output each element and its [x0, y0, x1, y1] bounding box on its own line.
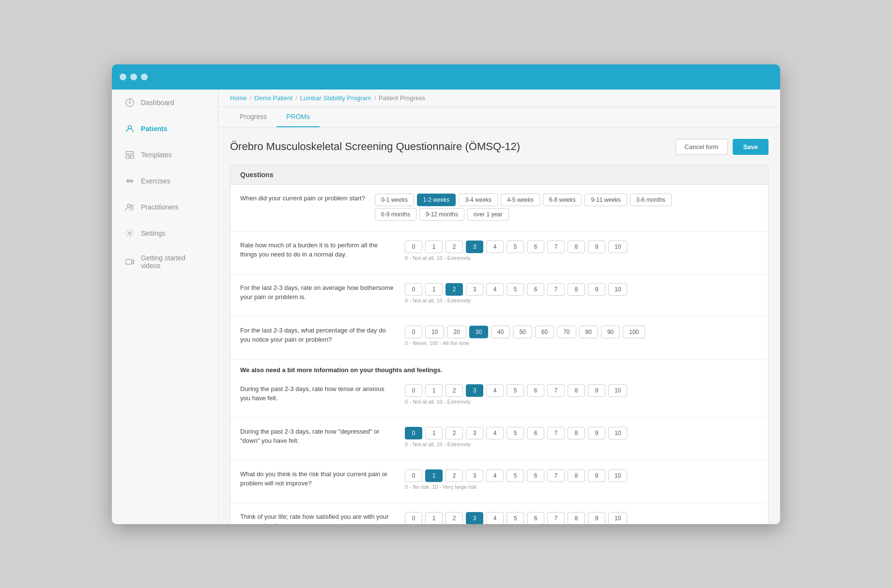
q2-opt-6[interactable]: 6	[527, 241, 544, 253]
q3-opt-2[interactable]: 2	[446, 283, 463, 296]
q8-opt-1[interactable]: 1	[425, 512, 443, 524]
q7-opt-2[interactable]: 2	[446, 469, 463, 482]
breadcrumb-home[interactable]: Home	[230, 94, 247, 102]
q8-opt-8[interactable]: 8	[568, 512, 585, 524]
q4-opt-70[interactable]: 70	[557, 326, 576, 338]
q1-opt-4-5weeks[interactable]: 4-5 weeks	[501, 194, 540, 206]
q5-opt-7[interactable]: 7	[547, 384, 565, 397]
q3-opt-7[interactable]: 7	[547, 283, 565, 296]
q3-opt-8[interactable]: 8	[568, 283, 585, 296]
q1-opt-0-1weeks[interactable]: 0-1 weeks	[375, 194, 414, 206]
q2-opt-8[interactable]: 8	[568, 241, 585, 253]
q4-opt-30[interactable]: 30	[469, 326, 488, 338]
q4-opt-80[interactable]: 80	[579, 326, 598, 338]
q7-opt-10[interactable]: 10	[608, 469, 627, 482]
q2-opt-2[interactable]: 2	[446, 241, 463, 253]
q7-opt-6[interactable]: 6	[527, 469, 544, 482]
traffic-light-close[interactable]	[120, 74, 126, 80]
q7-opt-0[interactable]: 0	[405, 469, 422, 482]
q2-opt-5[interactable]: 5	[507, 241, 524, 253]
q3-opt-1[interactable]: 1	[425, 283, 443, 296]
q8-opt-4[interactable]: 4	[486, 512, 504, 524]
q6-opt-4[interactable]: 4	[486, 427, 504, 439]
q6-opt-2[interactable]: 2	[446, 427, 463, 439]
q1-opt-over1year[interactable]: over 1 year	[467, 208, 509, 221]
traffic-light-maximize[interactable]	[141, 74, 148, 80]
q5-opt-5[interactable]: 5	[507, 384, 524, 397]
q4-opt-60[interactable]: 60	[535, 326, 554, 338]
cancel-form-button[interactable]: Cancel form	[676, 139, 728, 155]
q1-opt-6-9months[interactable]: 6-9 months	[375, 208, 416, 221]
q6-opt-3[interactable]: 3	[466, 427, 483, 439]
q1-opt-1-2weeks[interactable]: 1-2 weeks	[417, 194, 456, 206]
q4-opt-10[interactable]: 10	[425, 326, 444, 338]
q7-opt-9[interactable]: 9	[588, 469, 605, 482]
q1-opt-9-12months[interactable]: 9-12 months	[419, 208, 464, 221]
q6-opt-1[interactable]: 1	[425, 427, 443, 439]
q6-opt-9[interactable]: 9	[588, 427, 605, 439]
sidebar-item-dashboard[interactable]: Dashboard	[115, 90, 215, 115]
q7-opt-7[interactable]: 7	[547, 469, 565, 482]
q4-opt-40[interactable]: 40	[491, 326, 510, 338]
q2-opt-1[interactable]: 1	[425, 241, 443, 253]
q4-opt-50[interactable]: 50	[513, 326, 532, 338]
sidebar-item-templates[interactable]: Templates	[115, 143, 215, 167]
q2-opt-4[interactable]: 4	[486, 241, 504, 253]
q1-opt-9-11weeks[interactable]: 9-11 weeks	[584, 194, 627, 206]
save-button[interactable]: Save	[733, 139, 769, 155]
q6-opt-10[interactable]: 10	[608, 427, 627, 439]
q4-opt-0[interactable]: 0	[405, 326, 422, 338]
q1-opt-3-6months[interactable]: 3-6 months	[630, 194, 672, 206]
q3-opt-6[interactable]: 6	[527, 283, 544, 296]
q7-opt-8[interactable]: 8	[568, 469, 585, 482]
q1-opt-6-8weeks[interactable]: 6-8 weeks	[543, 194, 582, 206]
q6-opt-5[interactable]: 5	[507, 427, 524, 439]
q8-opt-6[interactable]: 6	[527, 512, 544, 524]
q8-opt-7[interactable]: 7	[547, 512, 565, 524]
q7-opt-5[interactable]: 5	[507, 469, 524, 482]
q2-opt-0[interactable]: 0	[405, 241, 422, 253]
q5-opt-2[interactable]: 2	[446, 384, 463, 397]
q4-opt-100[interactable]: 100	[623, 326, 645, 338]
sidebar-item-getting-started[interactable]: Getting started videos	[115, 247, 215, 276]
q5-opt-3[interactable]: 3	[466, 384, 483, 397]
q2-opt-7[interactable]: 7	[547, 241, 565, 253]
q3-opt-9[interactable]: 9	[588, 283, 605, 296]
tab-proms[interactable]: PROMs	[277, 107, 320, 127]
q5-opt-6[interactable]: 6	[527, 384, 544, 397]
sidebar-item-patients[interactable]: Patients	[115, 117, 215, 141]
tab-progress[interactable]: Progress	[230, 107, 277, 127]
q5-opt-1[interactable]: 1	[425, 384, 443, 397]
sidebar-item-exercises[interactable]: Exercises	[115, 169, 215, 193]
q7-opt-3[interactable]: 3	[466, 469, 483, 482]
q2-opt-3[interactable]: 3	[466, 241, 483, 253]
q8-opt-0[interactable]: 0	[405, 512, 422, 524]
q2-opt-10[interactable]: 10	[608, 241, 627, 253]
q5-opt-0[interactable]: 0	[405, 384, 422, 397]
q3-opt-0[interactable]: 0	[405, 283, 422, 296]
q5-opt-10[interactable]: 10	[608, 384, 627, 397]
q1-opt-3-4weeks[interactable]: 3-4 weeks	[459, 194, 498, 206]
q3-opt-5[interactable]: 5	[507, 283, 524, 296]
q6-opt-0[interactable]: 0	[405, 427, 422, 439]
q8-opt-9[interactable]: 9	[588, 512, 605, 524]
q8-opt-2[interactable]: 2	[446, 512, 463, 524]
q6-opt-6[interactable]: 6	[527, 427, 544, 439]
q4-opt-20[interactable]: 20	[447, 326, 466, 338]
q6-opt-7[interactable]: 7	[547, 427, 565, 439]
q7-opt-4[interactable]: 4	[486, 469, 504, 482]
q5-opt-4[interactable]: 4	[486, 384, 504, 397]
traffic-light-minimize[interactable]	[130, 74, 137, 80]
q5-opt-8[interactable]: 8	[568, 384, 585, 397]
breadcrumb-patient[interactable]: Demo Patient	[254, 94, 292, 102]
q3-opt-3[interactable]: 3	[466, 283, 483, 296]
q3-opt-10[interactable]: 10	[608, 283, 627, 296]
q8-opt-10[interactable]: 10	[608, 512, 627, 524]
q8-opt-3[interactable]: 3	[466, 512, 483, 524]
q5-opt-9[interactable]: 9	[588, 384, 605, 397]
q7-opt-1[interactable]: 1	[425, 469, 443, 482]
sidebar-item-practitioners[interactable]: Practitioners	[115, 195, 215, 219]
q2-opt-9[interactable]: 9	[588, 241, 605, 253]
q8-opt-5[interactable]: 5	[507, 512, 524, 524]
sidebar-item-settings[interactable]: Settings	[115, 221, 215, 245]
